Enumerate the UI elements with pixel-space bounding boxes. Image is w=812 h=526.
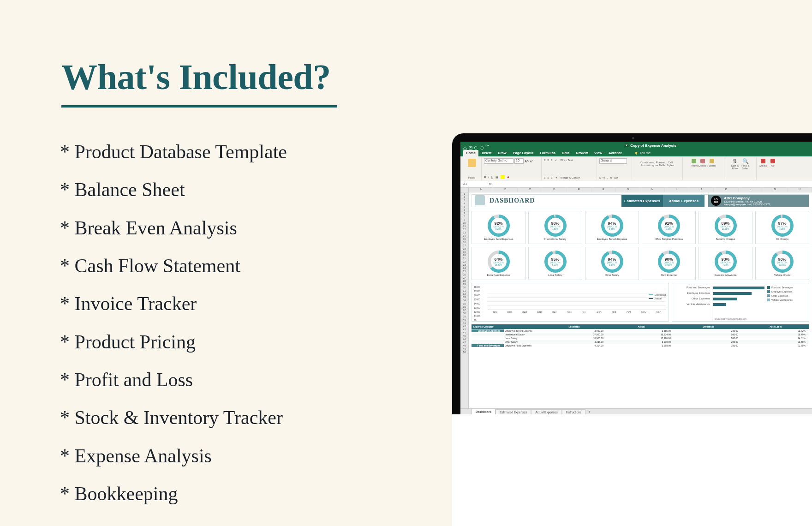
tab-home[interactable]: Home [463, 150, 478, 156]
row-header[interactable]: 45 [460, 335, 468, 338]
tab-formulas[interactable]: Formulas [537, 150, 558, 156]
percent-icon[interactable]: % [603, 176, 605, 179]
row-header[interactable]: 25 [460, 270, 468, 273]
row-header[interactable]: 29 [460, 283, 468, 286]
col-header[interactable]: F [591, 188, 616, 192]
orientation-icon[interactable]: ⤢ [555, 158, 557, 161]
row-header[interactable]: 11 [460, 225, 468, 228]
indent-icon[interactable]: ⇥ [555, 176, 557, 179]
currency-icon[interactable]: $ [599, 176, 601, 179]
col-header[interactable]: M [763, 188, 788, 192]
wrap-text[interactable]: Wrap Text [561, 159, 573, 161]
bold-button[interactable]: B [484, 176, 486, 179]
row-header[interactable]: 30 [460, 286, 468, 289]
ad-icon[interactable] [770, 159, 775, 163]
fx-icon[interactable]: fx [486, 182, 494, 185]
row-header[interactable]: 22 [460, 260, 468, 263]
row-header[interactable]: 10 [460, 221, 468, 225]
row-header[interactable]: 12 [460, 228, 468, 231]
col-header[interactable]: H [640, 188, 665, 192]
row-header[interactable]: 33 [460, 296, 468, 299]
tab-page-layout[interactable]: Page Layout [510, 150, 537, 156]
comma-icon[interactable]: , [607, 176, 608, 179]
paste-icon[interactable] [468, 159, 476, 167]
row-header[interactable]: 16 [460, 241, 468, 244]
sheet-tab-dashboard[interactable]: Dashboard [472, 409, 496, 415]
row-header[interactable]: 6 [460, 209, 468, 212]
align-middle-icon[interactable]: ≡ [548, 159, 549, 161]
row-header[interactable]: 28 [460, 280, 468, 283]
name-box[interactable]: A1 [460, 182, 486, 185]
find-select-icon[interactable]: 🔍 [742, 158, 749, 164]
col-header[interactable]: L [739, 188, 763, 192]
row-header[interactable]: 3 [460, 199, 468, 202]
align-right-icon[interactable]: ≡ [551, 176, 553, 179]
font-size[interactable]: 10 [514, 158, 524, 164]
align-center-icon[interactable]: ≡ [548, 176, 549, 179]
tab-review[interactable]: Review [573, 150, 591, 156]
tell-me[interactable]: Tell me [632, 150, 653, 156]
decrease-font-icon[interactable]: A˅ [530, 160, 533, 163]
tab-insert[interactable]: Insert [479, 150, 494, 156]
row-header[interactable]: 26 [460, 273, 468, 276]
row-header[interactable]: 47 [460, 341, 468, 344]
tab-view[interactable]: View [591, 150, 605, 156]
col-header[interactable]: A [469, 188, 493, 192]
col-header[interactable]: N [788, 188, 812, 192]
row-header[interactable]: 44 [460, 331, 468, 335]
italic-button[interactable]: I [488, 176, 489, 179]
sheet-tab-actual[interactable]: Actual Expenses [531, 409, 561, 415]
col-header[interactable]: I [665, 188, 689, 192]
row-header[interactable]: 15 [460, 238, 468, 241]
redo-icon[interactable] [480, 143, 484, 147]
row-header[interactable]: 20 [460, 254, 468, 257]
tab-data[interactable]: Data [559, 150, 572, 156]
col-header[interactable]: G [616, 188, 640, 192]
format-cells-icon[interactable] [710, 159, 714, 163]
row-header[interactable]: 9 [460, 218, 468, 221]
tab-acrobat[interactable]: Acrobat [606, 150, 624, 156]
row-header[interactable]: 31 [460, 289, 468, 293]
actual-expenses-button[interactable]: Actual Expenses [663, 195, 705, 207]
row-header[interactable]: 32 [460, 293, 468, 296]
row-header[interactable]: 41 [460, 322, 468, 325]
delete-cells-icon[interactable] [700, 159, 705, 163]
sheet-tab-estimated[interactable]: Estimated Expenses [496, 409, 531, 415]
create-pdf-icon[interactable] [761, 159, 765, 163]
row-header[interactable]: 4 [460, 202, 468, 205]
row-header[interactable]: 35 [460, 302, 468, 305]
row-header[interactable]: 7 [460, 212, 468, 215]
col-header[interactable]: J [689, 188, 714, 192]
row-header[interactable]: 21 [460, 257, 468, 260]
font-color-icon[interactable]: A [507, 176, 509, 179]
row-header[interactable]: 39 [460, 315, 468, 318]
border-icon[interactable]: ▦ [496, 175, 498, 179]
row-header[interactable]: 24 [460, 267, 468, 270]
worksheet-canvas[interactable]: DASBHOARD Estimated Expenses Actual Expe… [469, 192, 812, 415]
row-header[interactable]: 49 [460, 347, 468, 351]
row-header[interactable]: 42 [460, 325, 468, 328]
row-header[interactable]: 27 [460, 276, 468, 280]
row-header[interactable]: 43 [460, 328, 468, 331]
merge-center[interactable]: Merge & Center [561, 176, 580, 179]
font-name[interactable]: Century Gothic [484, 158, 513, 164]
dec-decimal-icon[interactable]: .00 [614, 176, 617, 179]
row-header[interactable]: 5 [460, 205, 468, 209]
home-icon[interactable] [463, 143, 467, 147]
row-header[interactable]: 34 [460, 299, 468, 302]
add-sheet-button[interactable]: + [585, 410, 593, 414]
row-header[interactable]: 36 [460, 305, 468, 309]
row-header[interactable]: 2 [460, 196, 468, 199]
fill-color-icon[interactable] [501, 175, 505, 179]
row-header[interactable]: 40 [460, 318, 468, 322]
row-header[interactable]: 46 [460, 338, 468, 341]
sheet-tab-instructions[interactable]: Instructions [562, 409, 585, 415]
undo-icon[interactable] [474, 143, 478, 147]
col-header[interactable]: D [542, 188, 567, 192]
row-header[interactable]: 18 [460, 247, 468, 251]
row-header[interactable]: 50 [460, 351, 468, 354]
align-bottom-icon[interactable]: ≡ [551, 159, 553, 161]
sort-filter-icon[interactable]: ⇅ [733, 158, 737, 164]
align-top-icon[interactable]: ≡ [544, 159, 546, 161]
row-header[interactable]: 19 [460, 251, 468, 254]
